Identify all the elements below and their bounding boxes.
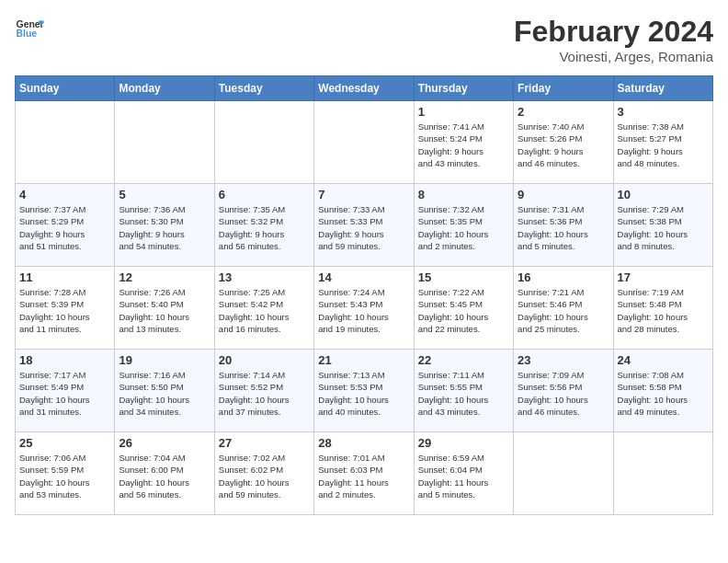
calendar-cell bbox=[613, 432, 712, 515]
day-number: 3 bbox=[618, 105, 709, 119]
weekday-header-sunday: Sunday bbox=[16, 76, 115, 101]
day-info: Sunrise: 7:16 AM Sunset: 5:50 PM Dayligh… bbox=[119, 369, 210, 418]
day-number: 4 bbox=[19, 188, 110, 201]
day-number: 1 bbox=[418, 105, 509, 119]
calendar-table: SundayMondayTuesdayWednesdayThursdayFrid… bbox=[15, 75, 713, 515]
day-info: Sunrise: 7:32 AM Sunset: 5:35 PM Dayligh… bbox=[418, 203, 509, 252]
calendar-cell: 8Sunrise: 7:32 AM Sunset: 5:35 PM Daylig… bbox=[414, 184, 513, 267]
day-number: 27 bbox=[219, 436, 310, 450]
calendar-cell bbox=[16, 101, 115, 184]
logo: General Blue bbox=[15, 15, 44, 44]
day-number: 19 bbox=[119, 353, 210, 367]
day-number: 13 bbox=[219, 270, 310, 284]
day-number: 24 bbox=[618, 353, 709, 367]
day-number: 14 bbox=[318, 270, 409, 284]
day-number: 6 bbox=[219, 188, 310, 201]
svg-text:Blue: Blue bbox=[17, 29, 38, 39]
day-info: Sunrise: 7:40 AM Sunset: 5:26 PM Dayligh… bbox=[518, 121, 609, 169]
day-number: 7 bbox=[318, 188, 409, 201]
day-info: Sunrise: 7:29 AM Sunset: 5:38 PM Dayligh… bbox=[618, 203, 709, 252]
calendar-cell: 11Sunrise: 7:28 AM Sunset: 5:39 PM Dayli… bbox=[16, 267, 115, 350]
main-title: February 2024 bbox=[514, 15, 713, 49]
calendar-cell: 3Sunrise: 7:38 AM Sunset: 5:27 PM Daylig… bbox=[613, 101, 712, 184]
weekday-header-wednesday: Wednesday bbox=[314, 76, 414, 101]
calendar-cell: 1Sunrise: 7:41 AM Sunset: 5:24 PM Daylig… bbox=[414, 101, 513, 184]
calendar-cell: 18Sunrise: 7:17 AM Sunset: 5:49 PM Dayli… bbox=[16, 350, 115, 432]
weekday-header-saturday: Saturday bbox=[613, 76, 712, 101]
calendar-cell: 16Sunrise: 7:21 AM Sunset: 5:46 PM Dayli… bbox=[514, 267, 613, 350]
day-info: Sunrise: 7:22 AM Sunset: 5:45 PM Dayligh… bbox=[418, 286, 509, 335]
day-info: Sunrise: 7:21 AM Sunset: 5:46 PM Dayligh… bbox=[518, 286, 609, 335]
calendar-cell bbox=[314, 101, 414, 184]
calendar-cell: 10Sunrise: 7:29 AM Sunset: 5:38 PM Dayli… bbox=[613, 184, 712, 267]
day-info: Sunrise: 7:25 AM Sunset: 5:42 PM Dayligh… bbox=[219, 286, 310, 335]
day-info: Sunrise: 7:14 AM Sunset: 5:52 PM Dayligh… bbox=[219, 369, 310, 418]
day-info: Sunrise: 7:17 AM Sunset: 5:49 PM Dayligh… bbox=[19, 369, 110, 418]
calendar-cell: 7Sunrise: 7:33 AM Sunset: 5:33 PM Daylig… bbox=[314, 184, 414, 267]
calendar-cell: 19Sunrise: 7:16 AM Sunset: 5:50 PM Dayli… bbox=[115, 350, 214, 432]
day-info: Sunrise: 7:36 AM Sunset: 5:30 PM Dayligh… bbox=[119, 203, 210, 252]
week-row-1: 1Sunrise: 7:41 AM Sunset: 5:24 PM Daylig… bbox=[16, 101, 713, 184]
calendar-cell: 22Sunrise: 7:11 AM Sunset: 5:55 PM Dayli… bbox=[414, 350, 513, 432]
day-number: 18 bbox=[19, 353, 110, 367]
day-info: Sunrise: 7:26 AM Sunset: 5:40 PM Dayligh… bbox=[119, 286, 210, 335]
day-number: 11 bbox=[19, 270, 110, 284]
weekday-header-tuesday: Tuesday bbox=[214, 76, 313, 101]
calendar-cell: 13Sunrise: 7:25 AM Sunset: 5:42 PM Dayli… bbox=[214, 267, 313, 350]
day-info: Sunrise: 7:37 AM Sunset: 5:29 PM Dayligh… bbox=[19, 203, 110, 252]
day-number: 2 bbox=[518, 105, 609, 119]
calendar-cell: 24Sunrise: 7:08 AM Sunset: 5:58 PM Dayli… bbox=[613, 350, 712, 432]
title-area: February 2024 Voinesti, Arges, Romania bbox=[514, 15, 713, 64]
day-number: 17 bbox=[618, 270, 709, 284]
day-number: 23 bbox=[518, 353, 609, 367]
day-number: 10 bbox=[618, 188, 709, 201]
day-number: 5 bbox=[119, 188, 210, 201]
calendar-cell: 2Sunrise: 7:40 AM Sunset: 5:26 PM Daylig… bbox=[514, 101, 613, 184]
day-info: Sunrise: 7:19 AM Sunset: 5:48 PM Dayligh… bbox=[618, 286, 709, 335]
day-number: 29 bbox=[418, 436, 509, 450]
weekday-header-friday: Friday bbox=[514, 76, 613, 101]
weekday-header-monday: Monday bbox=[115, 76, 214, 101]
day-info: Sunrise: 6:59 AM Sunset: 6:04 PM Dayligh… bbox=[418, 452, 509, 500]
weekday-header-thursday: Thursday bbox=[414, 76, 513, 101]
day-info: Sunrise: 7:06 AM Sunset: 5:59 PM Dayligh… bbox=[19, 452, 110, 500]
day-info: Sunrise: 7:04 AM Sunset: 6:00 PM Dayligh… bbox=[119, 452, 210, 500]
day-number: 28 bbox=[318, 436, 409, 450]
calendar-cell: 28Sunrise: 7:01 AM Sunset: 6:03 PM Dayli… bbox=[314, 432, 414, 515]
calendar-cell: 27Sunrise: 7:02 AM Sunset: 6:02 PM Dayli… bbox=[214, 432, 313, 515]
day-info: Sunrise: 7:24 AM Sunset: 5:43 PM Dayligh… bbox=[318, 286, 409, 335]
calendar-cell: 4Sunrise: 7:37 AM Sunset: 5:29 PM Daylig… bbox=[16, 184, 115, 267]
day-info: Sunrise: 7:33 AM Sunset: 5:33 PM Dayligh… bbox=[318, 203, 409, 252]
day-number: 21 bbox=[318, 353, 409, 367]
day-info: Sunrise: 7:11 AM Sunset: 5:55 PM Dayligh… bbox=[418, 369, 509, 418]
calendar-cell: 23Sunrise: 7:09 AM Sunset: 5:56 PM Dayli… bbox=[514, 350, 613, 432]
day-info: Sunrise: 7:13 AM Sunset: 5:53 PM Dayligh… bbox=[318, 369, 409, 418]
day-info: Sunrise: 7:31 AM Sunset: 5:36 PM Dayligh… bbox=[518, 203, 609, 252]
week-row-4: 18Sunrise: 7:17 AM Sunset: 5:49 PM Dayli… bbox=[16, 350, 713, 432]
calendar-cell bbox=[214, 101, 313, 184]
header: General Blue February 2024 Voinesti, Arg… bbox=[15, 15, 713, 64]
week-row-5: 25Sunrise: 7:06 AM Sunset: 5:59 PM Dayli… bbox=[16, 432, 713, 515]
day-number: 20 bbox=[219, 353, 310, 367]
calendar-cell: 17Sunrise: 7:19 AM Sunset: 5:48 PM Dayli… bbox=[613, 267, 712, 350]
calendar-cell: 21Sunrise: 7:13 AM Sunset: 5:53 PM Dayli… bbox=[314, 350, 414, 432]
day-info: Sunrise: 7:38 AM Sunset: 5:27 PM Dayligh… bbox=[618, 121, 709, 169]
week-row-3: 11Sunrise: 7:28 AM Sunset: 5:39 PM Dayli… bbox=[16, 267, 713, 350]
day-number: 12 bbox=[119, 270, 210, 284]
day-number: 26 bbox=[119, 436, 210, 450]
calendar-cell: 5Sunrise: 7:36 AM Sunset: 5:30 PM Daylig… bbox=[115, 184, 214, 267]
day-info: Sunrise: 7:41 AM Sunset: 5:24 PM Dayligh… bbox=[418, 121, 509, 169]
logo-icon: General Blue bbox=[15, 15, 44, 44]
day-info: Sunrise: 7:28 AM Sunset: 5:39 PM Dayligh… bbox=[19, 286, 110, 335]
day-number: 8 bbox=[418, 188, 509, 201]
calendar-cell: 12Sunrise: 7:26 AM Sunset: 5:40 PM Dayli… bbox=[115, 267, 214, 350]
calendar-cell: 15Sunrise: 7:22 AM Sunset: 5:45 PM Dayli… bbox=[414, 267, 513, 350]
day-number: 9 bbox=[518, 188, 609, 201]
calendar-cell: 26Sunrise: 7:04 AM Sunset: 6:00 PM Dayli… bbox=[115, 432, 214, 515]
calendar-cell bbox=[514, 432, 613, 515]
weekday-header-row: SundayMondayTuesdayWednesdayThursdayFrid… bbox=[16, 76, 713, 101]
day-number: 25 bbox=[19, 436, 110, 450]
day-info: Sunrise: 7:08 AM Sunset: 5:58 PM Dayligh… bbox=[618, 369, 709, 418]
day-info: Sunrise: 7:02 AM Sunset: 6:02 PM Dayligh… bbox=[219, 452, 310, 500]
day-info: Sunrise: 7:09 AM Sunset: 5:56 PM Dayligh… bbox=[518, 369, 609, 418]
